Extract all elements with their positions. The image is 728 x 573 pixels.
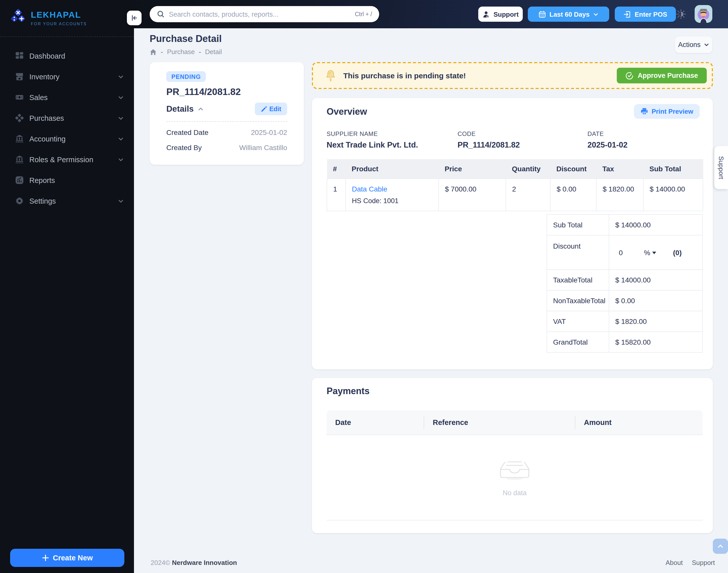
details-section-toggle[interactable]: Details [166,104,204,114]
created-date-value: 2025-01-02 [251,128,287,137]
cell-discount: $ 0.00 [550,178,596,211]
subtotal-row: Sub Total $ 14000.00 [546,214,703,236]
support-side-tab[interactable]: Support [714,146,728,189]
sidebar-item-sales[interactable]: Sales [0,87,134,108]
approve-purchase-button[interactable]: Approve Purchase [617,68,707,84]
sidebar-item-roles-permission[interactable]: Roles & Permission [0,149,134,170]
brand-name: LEKHAPAL [31,10,87,20]
empty-inbox-icon [498,454,531,480]
inventory-icon [15,72,24,81]
chevron-down-icon [593,11,599,17]
nontaxable-total-value: $ 0.00 [609,291,702,311]
collapse-arrow-icon [131,14,138,22]
bank-icon [15,135,24,143]
date-range-label: Last 60 Days [549,10,590,18]
payments-col-date: Date [327,418,424,426]
sidebar-item-label: Accounting [29,135,112,143]
payments-col-amount: Amount [575,418,612,426]
vat-row: VAT $ 1820.00 [546,311,703,332]
sidebar-item-reports[interactable]: Reports [0,170,134,191]
chevron-up-icon [198,106,204,112]
created-by-row: Created By William Castillo [166,144,287,152]
breadcrumb: - Purchase - Detail [150,48,222,56]
col-price: Price [439,159,506,178]
product-link[interactable]: Data Cable [352,185,387,193]
calendar-icon [538,10,546,18]
date-meta: DATE 2025-01-02 [587,131,628,150]
cell-tax: $ 1820.00 [596,178,643,211]
grand-total-label: GrandTotal [547,332,609,352]
edit-button[interactable]: Edit [255,103,287,115]
actions-button[interactable]: Actions [675,36,712,53]
user-avatar[interactable] [695,5,712,23]
sidebar-item-label: Inventory [29,72,112,81]
details-section-label: Details [166,104,194,114]
theme-toggle-icon[interactable] [675,9,686,20]
printer-icon [640,108,648,115]
home-icon[interactable] [150,48,157,55]
print-preview-button[interactable]: Print Preview [634,104,700,119]
breadcrumb-detail: Detail [205,48,222,56]
created-by-label: Created By [166,144,202,152]
global-search: Ctrl + / [150,6,379,22]
footer-link-support[interactable]: Support [692,559,715,566]
payments-col-reference: Reference [424,418,575,426]
discount-row: Discount 0 % (0) [546,236,703,270]
payments-table-header: Date Reference Amount [327,410,703,435]
date-range-button[interactable]: Last 60 Days [528,7,609,22]
bell-icon [325,69,336,82]
actions-label: Actions [678,41,701,49]
support-button[interactable]: Support [478,7,523,22]
col-index: # [327,159,346,178]
cell-quantity: 2 [506,178,550,211]
sidebar-item-purchases[interactable]: Purchases [0,108,134,128]
divider [166,121,287,122]
purchases-icon [15,114,24,122]
footer-links: About Support [666,559,715,566]
purchase-code: PR_1114/2081.82 [166,87,241,98]
nontaxable-total-row: NonTaxableTotal $ 0.00 [546,291,703,311]
col-tax: Tax [596,159,643,178]
enter-pos-button[interactable]: Enter POS [615,7,676,22]
code-meta: CODE PR_1114/2081.82 [457,131,520,150]
alert-message: This purchase is in pending state! [343,71,466,80]
caret-down-icon [652,251,657,254]
subtotal-value: $ 14000.00 [609,215,702,235]
product-hs-code: HS Code: 1001 [352,197,432,205]
sidebar-item-label: Sales [29,93,112,101]
chevron-up-icon [717,543,724,550]
discount-label: Discount [547,236,609,269]
discount-unit-dropdown[interactable]: % [644,249,657,257]
sidebar-collapse-button[interactable] [127,11,142,25]
taxable-total-label: TaxableTotal [547,270,609,290]
col-discount: Discount [550,159,596,178]
supplier-name-label: SUPPLIER NAME [327,131,418,138]
supplier-meta: SUPPLIER NAME Next Trade Link Pvt. Ltd. [327,131,418,150]
col-product: Product [346,159,439,178]
sidebar-item-accounting[interactable]: Accounting [0,128,134,149]
grand-total-row: GrandTotal $ 15820.00 [546,332,703,353]
breadcrumb-purchase[interactable]: Purchase [167,48,195,56]
search-input[interactable] [169,10,351,18]
created-date-label: Created Date [166,128,208,137]
footer-link-about[interactable]: About [666,559,683,566]
page-title: Purchase Detail [150,33,222,45]
discount-input[interactable]: 0 [619,249,623,257]
chevron-down-icon [118,73,124,80]
create-new-label: Create New [53,554,93,562]
reports-icon [15,176,24,185]
footer-year: 2024© [151,559,170,566]
date-value: 2025-01-02 [587,141,628,150]
sidebar: LEKHAPAL FOR YOUR ACCOUNTS Dashboard Inv… [0,0,134,573]
sidebar-item-settings[interactable]: Settings [0,191,134,211]
footer-company: Nerdware Innovation [172,559,237,566]
app-root: LEKHAPAL FOR YOUR ACCOUNTS Dashboard Inv… [0,0,728,573]
status-badge: PENDING [166,71,206,82]
check-circle-icon [626,71,634,80]
create-new-button[interactable]: Create New [10,549,125,567]
support-side-tab-label: Support [717,156,725,179]
code-label: CODE [457,131,520,138]
sidebar-item-inventory[interactable]: Inventory [0,66,134,87]
scroll-to-top-button[interactable] [713,539,728,554]
sidebar-item-dashboard[interactable]: Dashboard [0,46,134,66]
